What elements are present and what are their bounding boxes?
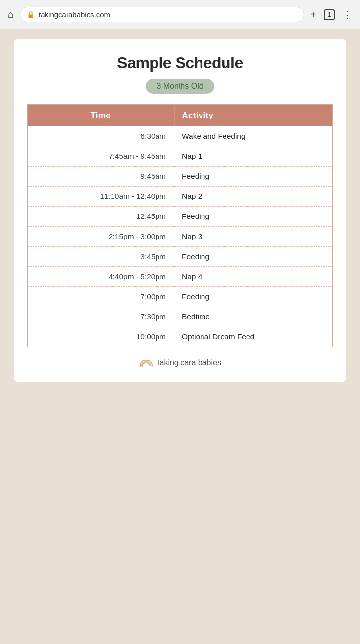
activity-cell: Nap 3 [174, 227, 333, 247]
table-row: 7:00pmFeeding [28, 287, 333, 307]
address-bar[interactable]: 🔒 takingcarababies.com [20, 7, 304, 22]
menu-icon[interactable]: ⋮ [342, 9, 352, 21]
branding-footer: taking cara babies [27, 358, 333, 368]
activity-cell: Bedtime [174, 307, 333, 327]
time-cell: 10:00pm [28, 327, 174, 347]
activity-cell: Feeding [174, 207, 333, 227]
time-cell: 6:30am [28, 126, 174, 146]
activity-cell: Feeding [174, 287, 333, 307]
time-cell: 7:45am - 9:45am [28, 146, 174, 167]
table-row: 11:10am - 12:40pmNap 2 [28, 187, 333, 207]
time-cell: 4:40pm - 5:20pm [28, 267, 174, 287]
time-cell: 12:45pm [28, 207, 174, 227]
time-cell: 7:30pm [28, 307, 174, 327]
url-text: takingcarababies.com [39, 10, 110, 19]
activity-cell: Feeding [174, 247, 333, 267]
home-icon[interactable]: ⌂ [8, 9, 14, 20]
browser-actions: + 1 ⋮ [310, 9, 352, 21]
table-row: 9:45amFeeding [28, 167, 333, 187]
schedule-table: Time Activity 6:30amWake and Feeding7:45… [27, 104, 333, 347]
table-row: 4:40pm - 5:20pmNap 4 [28, 267, 333, 287]
table-row: 3:45pmFeeding [28, 247, 333, 267]
time-cell: 2:15pm - 3:00pm [28, 227, 174, 247]
activity-cell: Optional Dream Feed [174, 327, 333, 347]
page-title: Sample Schedule [27, 54, 333, 72]
time-cell: 3:45pm [28, 247, 174, 267]
activity-cell: Feeding [174, 167, 333, 187]
time-column-header: Time [28, 105, 174, 127]
browser-chrome: ⌂ 🔒 takingcarababies.com + 1 ⋮ [0, 0, 360, 29]
activity-column-header: Activity [174, 105, 333, 127]
new-tab-icon[interactable]: + [310, 9, 316, 20]
time-cell: 7:00pm [28, 287, 174, 307]
activity-cell: Nap 2 [174, 187, 333, 207]
age-badge: 3 Months Old [146, 79, 214, 94]
activity-cell: Nap 4 [174, 267, 333, 287]
table-header-row: Time Activity [28, 105, 333, 127]
table-row: 7:45am - 9:45amNap 1 [28, 146, 333, 167]
page-content: Sample Schedule 3 Months Old Time Activi… [0, 29, 360, 644]
time-cell: 9:45am [28, 167, 174, 187]
table-row: 7:30pmBedtime [28, 307, 333, 327]
table-row: 10:00pmOptional Dream Feed [28, 327, 333, 347]
table-row: 6:30amWake and Feeding [28, 126, 333, 146]
rainbow-icon [139, 358, 154, 368]
branding-text: taking cara babies [158, 358, 221, 367]
time-cell: 11:10am - 12:40pm [28, 187, 174, 207]
tab-count[interactable]: 1 [324, 9, 335, 20]
schedule-card: Sample Schedule 3 Months Old Time Activi… [14, 39, 346, 382]
table-row: 12:45pmFeeding [28, 207, 333, 227]
lock-icon: 🔒 [27, 11, 35, 18]
activity-cell: Wake and Feeding [174, 126, 333, 146]
table-row: 2:15pm - 3:00pmNap 3 [28, 227, 333, 247]
activity-cell: Nap 1 [174, 146, 333, 167]
